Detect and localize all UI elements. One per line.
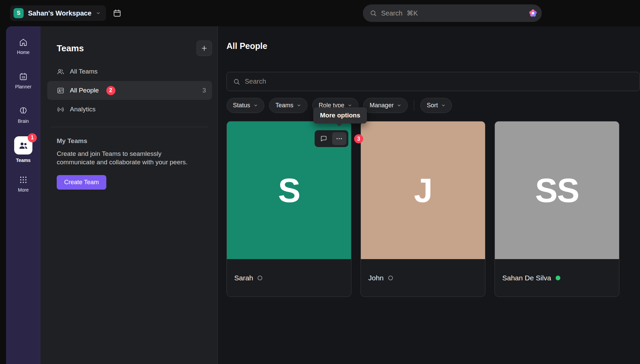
planner-day-number: 23	[22, 76, 25, 79]
person-card-sarah[interactable]: S 3	[226, 121, 351, 297]
teams-icon: 1	[14, 136, 32, 155]
panel-item-all-people[interactable]: All People 2 3	[47, 81, 212, 100]
calendar-icon	[113, 9, 122, 18]
panel-header: Teams	[47, 40, 212, 56]
ai-flower-icon[interactable]	[528, 8, 538, 18]
card-footer: John	[361, 259, 485, 297]
global-search-placeholder: Search	[381, 9, 402, 17]
chevron-down-icon	[254, 103, 258, 108]
topbar: S Sahan's Workspace Search ⌘K	[0, 0, 640, 26]
panel-item-label: All People	[70, 87, 99, 94]
filter-label: Teams	[275, 102, 293, 109]
card-footer: Sahan De Silva	[495, 259, 619, 297]
panel-item-label: Analytics	[70, 106, 96, 113]
card-initials: S	[278, 171, 300, 210]
filter-divider	[414, 101, 414, 111]
panel-item-label: All Teams	[70, 68, 98, 75]
chat-button[interactable]	[317, 132, 331, 145]
my-teams-description: Create and join Teams to seamlessly comm…	[57, 149, 194, 166]
sort-label: Sort	[427, 102, 438, 109]
people-count: 3	[202, 87, 206, 94]
panel-divider	[51, 127, 209, 127]
all-people-annotation-badge: 2	[106, 86, 115, 95]
filter-label: Manager	[370, 102, 394, 109]
card-footer: Sarah	[227, 259, 351, 297]
app-window: S Sahan's Workspace Search ⌘K	[0, 0, 640, 364]
card-initials: J	[414, 171, 432, 210]
sidebar-item-label: Teams	[16, 158, 30, 163]
more-options-button[interactable]	[332, 132, 346, 145]
chevron-down-icon	[297, 103, 301, 108]
calendar-button[interactable]	[113, 9, 122, 18]
workspace-switcher[interactable]: S Sahan's Workspace	[10, 5, 106, 21]
sidebar-item-label: More	[18, 187, 29, 193]
card-cover: SS	[495, 121, 619, 259]
sidebar-item-teams[interactable]: 1 Teams	[6, 132, 41, 167]
status-indicator	[556, 276, 560, 280]
filter-row: Status Teams Role type Manager Sort	[226, 98, 640, 113]
sidebar-item-brain[interactable]: Brain	[6, 98, 41, 132]
body-row: Home 23 Planner	[0, 26, 640, 364]
filter-label: Status	[233, 102, 250, 109]
status-indicator	[388, 276, 393, 280]
people-search-placeholder: Search	[245, 78, 266, 85]
card-initials: SS	[535, 171, 579, 210]
people-search-input[interactable]: Search	[226, 72, 640, 91]
add-team-button[interactable]	[196, 40, 212, 56]
ellipsis-icon	[336, 135, 343, 142]
sort-chip[interactable]: Sort	[420, 98, 452, 113]
panel-title: Teams	[57, 43, 84, 54]
planner-icon: 23	[19, 72, 28, 81]
card-hover-toolbar: 3	[315, 130, 348, 147]
sidebar-item-planner[interactable]: 23 Planner	[6, 63, 41, 98]
sidebar-item-home[interactable]: Home	[6, 29, 41, 63]
person-card-john[interactable]: J John	[361, 121, 485, 297]
main-content: All People Search Status Teams Role type	[218, 26, 640, 364]
panel-item-analytics[interactable]: Analytics	[47, 100, 212, 119]
card-name: Sahan De Silva	[502, 274, 551, 282]
search-icon	[233, 78, 240, 85]
sidebar: Home 23 Planner	[6, 26, 41, 364]
all-teams-icon	[57, 68, 64, 76]
create-team-button[interactable]: Create Team	[57, 175, 106, 190]
chevron-down-icon	[441, 103, 446, 108]
more-options-annotation-badge: 3	[354, 134, 363, 143]
filter-chip-status[interactable]: Status	[226, 98, 264, 113]
card-cover: J	[361, 121, 485, 259]
card-cover: S 3	[227, 121, 351, 259]
chat-bubble-icon	[320, 135, 327, 142]
chevron-down-icon	[96, 11, 101, 16]
more-options-tooltip: More options	[313, 107, 367, 123]
teams-panel: Teams All Teams	[41, 26, 218, 364]
more-grid-icon	[19, 175, 28, 184]
teams-notification-badge: 1	[28, 133, 37, 142]
chevron-down-icon	[397, 103, 401, 108]
workspace-name: Sahan's Workspace	[28, 9, 91, 17]
card-name: Sarah	[234, 274, 253, 282]
search-shortcut-hint: ⌘K	[406, 9, 418, 17]
all-people-icon	[57, 87, 64, 94]
card-name: John	[368, 274, 384, 282]
page-title: All People	[226, 41, 640, 51]
search-icon	[370, 9, 377, 17]
global-search-input[interactable]: Search ⌘K	[363, 4, 542, 22]
sidebar-item-label: Home	[17, 50, 29, 55]
workspace-avatar: S	[14, 8, 24, 18]
status-indicator	[258, 276, 262, 280]
home-icon	[19, 38, 28, 47]
people-card-grid: S 3	[226, 121, 640, 297]
filter-chip-teams[interactable]: Teams	[269, 98, 308, 113]
sidebar-item-label: Brain	[18, 118, 29, 124]
filter-chip-manager[interactable]: Manager	[363, 98, 408, 113]
sidebar-item-more[interactable]: More	[6, 167, 41, 201]
my-teams-title: My Teams	[57, 137, 212, 145]
analytics-icon	[57, 106, 64, 113]
sidebar-item-label: Planner	[15, 84, 31, 89]
plus-icon	[201, 45, 208, 52]
brain-icon	[19, 107, 28, 115]
panel-item-all-teams[interactable]: All Teams	[47, 62, 212, 81]
person-card-sahan-de-silva[interactable]: SS Sahan De Silva	[495, 121, 619, 297]
